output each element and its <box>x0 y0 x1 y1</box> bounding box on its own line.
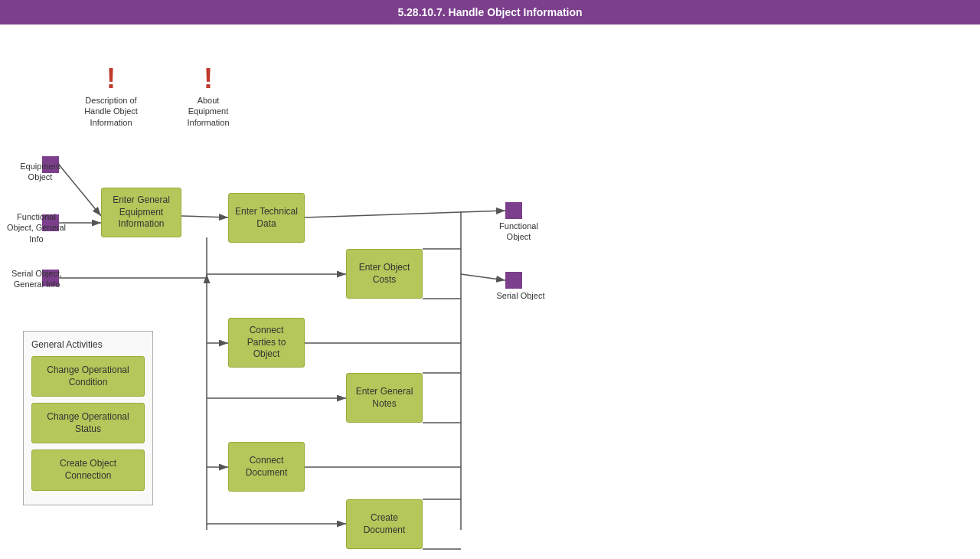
create-object-connection-button[interactable]: Create Object Connection <box>31 449 145 490</box>
svg-line-9 <box>461 274 505 280</box>
svg-line-4 <box>181 216 228 217</box>
general-activities-title: General Activities <box>31 339 145 350</box>
description-icon-label: Description of Handle Object Information <box>80 95 142 128</box>
description-exclamation-icon: ! <box>106 63 116 95</box>
general-activities-panel: General Activities Change Operational Co… <box>23 331 153 505</box>
serial-object-right-label: Serial Object <box>490 290 551 301</box>
functional-object-general-info-label: Functional Object, General Info <box>4 211 69 244</box>
change-operational-status-button[interactable]: Change Operational Status <box>31 403 145 443</box>
enter-general-equipment-box[interactable]: Enter General Equipment Information <box>101 188 181 237</box>
about-icon-group: ! About Equipment Information <box>178 63 239 128</box>
enter-general-notes-box[interactable]: Enter General Notes <box>346 373 423 423</box>
serial-object-right-square <box>505 272 522 289</box>
functional-object-right-square <box>505 202 522 219</box>
connect-document-box[interactable]: Connect Document <box>228 442 305 492</box>
about-icon-label: About Equipment Information <box>178 95 239 128</box>
svg-line-5 <box>305 211 505 217</box>
enter-technical-data-box[interactable]: Enter Technical Data <box>228 193 305 243</box>
page-title: 5.28.10.7. Handle Object Information <box>0 0 980 25</box>
description-icon-group: ! Description of Handle Object Informati… <box>80 63 142 128</box>
enter-object-costs-box[interactable]: Enter Object Costs <box>346 249 423 299</box>
create-document-box[interactable]: Create Document <box>346 499 423 549</box>
equipment-object-label: Equipment Object <box>11 161 69 183</box>
serial-object-general-info-label: Serial Object, General Info <box>6 268 67 290</box>
change-operational-condition-button[interactable]: Change Operational Condition <box>31 356 145 397</box>
functional-object-right-label: Functional Object <box>486 221 551 243</box>
about-exclamation-icon: ! <box>204 63 213 95</box>
connect-parties-box[interactable]: Connect Parties to Object <box>228 318 305 368</box>
